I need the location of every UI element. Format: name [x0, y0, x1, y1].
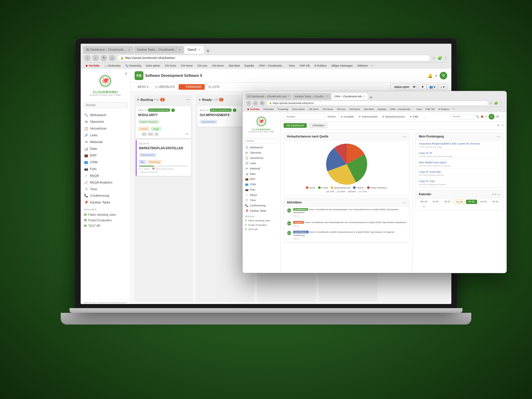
aktivitaten-tab[interactable]: Aktivitäten [309, 123, 328, 128]
nav-kontakte[interactable]: ✦ Kontakte [339, 115, 355, 119]
user-avatar[interactable]: D [440, 72, 447, 79]
overlay-back-button[interactable]: ‹ [246, 101, 251, 106]
sidebar-item-data[interactable]: 📊 Data [81, 145, 130, 152]
ov-space-test[interactable]: TEST BP [243, 227, 280, 232]
ov-nav-verzeichnis[interactable]: 📋 Verzeichnis [243, 155, 280, 161]
ov-bm-cmdemo[interactable]: CM Demo [348, 108, 361, 111]
ov-bm-soso[interactable]: Soso [415, 108, 423, 111]
ov-nav-conferencing[interactable]: 📞 Conferencing [243, 203, 280, 208]
ov-space-fabric[interactable]: Fabric bleeding claim [243, 218, 280, 223]
ov-bm-sosoadmin[interactable]: SoSo admin [291, 108, 306, 111]
overlay-refresh-button[interactable]: ↻ [260, 101, 265, 106]
sidebar-item-links[interactable]: 🔗 Links [81, 132, 130, 139]
bookmark-soso-admin[interactable]: SoSo admin [144, 64, 162, 68]
bookmark-youtube[interactable]: ▶ YouTube [84, 64, 101, 68]
kanban-card-modularity[interactable]: #3 ▾ ✏ Demo Cloudmonki MODULARITY Featur… [136, 106, 191, 138]
overlay-extensions-icon[interactable]: 🧩 [494, 101, 498, 105]
chart-section-menu[interactable]: — [403, 135, 406, 139]
settings-icon[interactable]: ⚙ [496, 115, 499, 118]
ov-nav-kanban[interactable]: 📌 Kanban Tasks [243, 208, 280, 213]
bookmark-dict[interactable]: 📖 Dictionairy [103, 64, 123, 68]
tab-close[interactable]: ✕ [363, 95, 365, 98]
extensions-icon[interactable]: 🧩 [438, 56, 442, 60]
add-icon[interactable]: + [435, 73, 437, 78]
menu-icon[interactable]: ⋮ [444, 56, 448, 60]
overlay-user-avatar[interactable]: D [489, 114, 494, 120]
browser-tab-openz[interactable]: OpenZ ✕ [184, 46, 204, 54]
overlay-bookmark-icon[interactable]: ☆ [490, 101, 493, 105]
nav-verkaufschancen[interactable]: $ Verkaufschancen [381, 115, 406, 119]
sort-button[interactable]: ⟐▾ [438, 84, 447, 90]
bookmark-cm-com[interactable]: CM com [196, 64, 209, 68]
calendar-menu[interactable]: — [497, 192, 500, 196]
ov-bm-jitai[interactable]: Jitai Meet [362, 108, 375, 111]
cal-prev-button[interactable]: ‹ [492, 193, 493, 196]
overlay-tab-kanban[interactable]: Kanban Tasks – Cloudm... ✕ [292, 93, 331, 100]
bookmark-cm-home[interactable]: CM Home [179, 64, 195, 68]
address-bar[interactable]: 🔒 https://portal.cloudmonki.info/p/kanba… [117, 55, 431, 61]
bookmark-cm-soso[interactable]: CM SoSo [163, 64, 178, 68]
ov-nav-websearch[interactable]: 🔍 Websearch [243, 145, 280, 150]
activities-menu[interactable]: — [403, 201, 406, 205]
sidebar-item-foto[interactable]: 📷 Foto [81, 166, 130, 172]
space-fabric[interactable]: Fabric bleeding claim [81, 212, 130, 218]
ov-nav-webmail[interactable]: ✉ Webmail [243, 166, 280, 171]
tab-menu[interactable]: MENÜ ▾ [135, 84, 151, 90]
overlay-new-tab-button[interactable]: + [369, 96, 373, 100]
forward-button[interactable]: › [92, 55, 99, 61]
new-tab-button[interactable]: + [205, 48, 211, 54]
overlay-tab-dashboard[interactable]: (8) Dashboard – Cloudmonki.com ✕ [245, 93, 292, 100]
sidebar-item-conferencing[interactable]: 📞 Conferencing [81, 192, 130, 199]
ov-bm-rubikon[interactable]: R Rubikon [437, 108, 451, 111]
ov-bm-cmhome[interactable]: CM Home [321, 108, 335, 111]
refresh-button[interactable]: ↻ [101, 55, 107, 61]
bookmark-soso2[interactable]: Soso [287, 64, 297, 68]
space-test[interactable]: TEST BP [81, 223, 130, 229]
sidebar-item-kanban[interactable]: 📌 Kanban Tasks [81, 199, 130, 206]
ov-bm-powerdog[interactable]: Powerdog [276, 108, 290, 111]
nav-firmen[interactable]: Firmen [326, 115, 337, 119]
sidebar-item-ubersicht[interactable]: ⊞ Übersicht [81, 118, 130, 125]
more-icon[interactable]: ⋮ [501, 115, 504, 118]
add-widget-icon[interactable]: + [502, 124, 504, 127]
back-button[interactable]: ‹ [84, 55, 91, 61]
bookmark-jitai[interactable]: Jitai Meet [227, 64, 242, 68]
edit-dashboard-icon[interactable]: ✏ [497, 124, 499, 127]
cal-next-button[interactable]: › [495, 193, 496, 196]
col-menu-backlog[interactable]: ⋯ [186, 98, 190, 102]
kanban-card-marketing[interactable]: #13 ▾ ✏ MARKETINGPLAN ERSTELLEN Improvem… [136, 140, 191, 176]
nav-interessenten[interactable]: ✦ Interessenten [358, 115, 379, 119]
col-add-ready[interactable]: + [199, 97, 201, 102]
sidebar-item-erp[interactable]: 💼 ERP [81, 152, 130, 159]
bookmark-powerdog[interactable]: 🐾 Powerdog [123, 64, 143, 68]
sidebar-item-time[interactable]: ⏱ Time [81, 186, 130, 192]
tab-close-icon[interactable]: ✕ [179, 48, 181, 51]
ov-nav-links[interactable]: 🔗 Links [243, 161, 280, 166]
sidebar-close-button[interactable]: ✕ [124, 71, 128, 76]
my-dashboard-tab[interactable]: My Dashboard [284, 123, 307, 128]
overlay-menu-icon[interactable]: ⋮ [500, 101, 503, 105]
topbar-search-right[interactable] [450, 114, 474, 119]
ov-bm-cmcom[interactable]: CM com [336, 108, 347, 111]
ov-bm-crm[interactable]: CRM – Cloudmonki… [389, 108, 414, 111]
ov-space-project[interactable]: Project Evaluation [243, 223, 280, 227]
ov-nav-ubersicht[interactable]: ⊞ Übersicht [243, 150, 280, 155]
search-icon[interactable]: 🔍 [476, 115, 479, 118]
bookmark-diktieren[interactable]: Diktieren [356, 64, 370, 68]
tab-close-icon[interactable]: ✕ [198, 48, 201, 51]
browser-tab-dashboard[interactable]: (8) Dashboard – Cloudmonki… ✕ [83, 46, 133, 54]
overlay-topbar-search[interactable] [284, 113, 325, 120]
bookmark-cm-demo[interactable]: CM Demo [210, 64, 226, 68]
ov-nav-crm[interactable]: 👥 CRM [243, 182, 280, 187]
add-icon[interactable]: + [485, 115, 487, 118]
ov-nav-foto[interactable]: 📷 Foto [243, 187, 280, 192]
tab-liste[interactable]: ☰ LISTE [205, 84, 223, 90]
ov-nav-erp[interactable]: 💼 ERP [243, 176, 280, 182]
sidebar-item-myqa-analytics[interactable]: 📈 MyQA Analytics [81, 179, 130, 186]
ov-bm-fwf[interactable]: FWF DB [424, 108, 436, 111]
sidebar-item-myqa[interactable]: ✓ MyQA [81, 172, 130, 179]
bookmark-billiger[interactable]: billiger-mietwagen [330, 64, 355, 68]
ov-bm-cmsoso[interactable]: CM SoSo [307, 108, 320, 111]
sidebar-item-crm[interactable]: 👥 CRM [81, 159, 130, 166]
space-project[interactable]: Project Evaluation [81, 218, 130, 223]
